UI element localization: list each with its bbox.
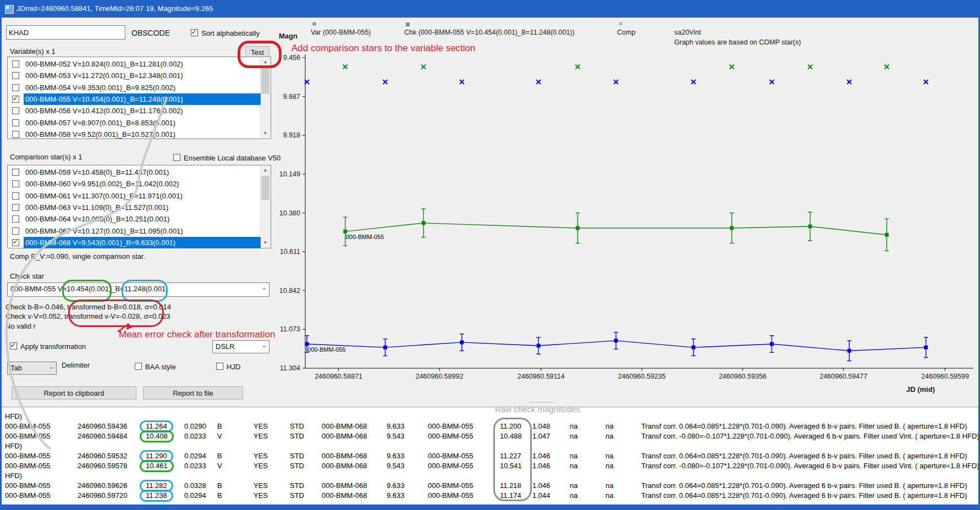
table-cell: na [570, 431, 577, 441]
y-tick-label: 11.073 [280, 325, 300, 333]
table-row: 000-BMM-0552460960.5948410.4080.0233VYES… [2, 431, 978, 441]
check-star-B-marker [383, 346, 387, 350]
table-cell: YES [254, 461, 268, 471]
table-cell: STD [290, 491, 304, 501]
table-cell: 1.044 [532, 491, 550, 501]
check-star-B-marker [847, 349, 851, 353]
table-cell-continuation: HFD) [5, 412, 22, 422]
table-cell: 11.218 [500, 481, 521, 491]
table-cell: B [217, 451, 222, 461]
table-cell: 2460960.59436 [78, 422, 127, 431]
table-cell: na [605, 451, 613, 461]
check-star-B-marker [460, 340, 464, 344]
y-tick-label: 9.918 [283, 131, 300, 139]
table-cell: 10.541 [500, 461, 522, 471]
table-cell: 000-BMM-055 [428, 461, 473, 471]
table-cell: 000-BMM-068 [322, 461, 367, 471]
table-cell: 2460960.59532 [78, 451, 127, 461]
check-star-B-marker [305, 342, 309, 346]
table-cell: 000-BMM-055 [428, 491, 473, 501]
table-cell: 1.046 [532, 451, 550, 461]
table-cell: na [570, 422, 577, 431]
y-tick-label: 11.304 [280, 364, 300, 372]
table-cell: 11.238 [146, 491, 173, 501]
check-star-B-label: 000-BMM-055 [307, 346, 346, 353]
check-star-B-marker [614, 339, 618, 342]
annotation-dashes [529, 402, 554, 403]
table-cell: Transf corr. 0.064=0.085*1.228*(0.701-0.… [641, 451, 967, 461]
x-tick-label: 2460960.59356 [719, 373, 767, 380]
table-cell: 000-BMM-055 [5, 461, 50, 471]
window-border-bottom [0, 505, 980, 510]
x-tick-label: 2460960.59114 [517, 373, 565, 380]
table-cell: 11.174 [500, 491, 521, 501]
annotation-magnitude-oval: 10.461 [140, 460, 174, 472]
annotation-magnitude-oval: 10.408 [140, 430, 174, 442]
table-cell: Transf corr. -0.080=-0.107*1.228*(0.701-… [641, 431, 978, 441]
table-cell: 0.0233 [184, 461, 206, 471]
table-cell: 11.227 [500, 451, 521, 461]
table-cell: 2460960.59484 [78, 431, 127, 441]
table-cell: 10.488 [500, 431, 522, 441]
check-star-V-marker [422, 221, 426, 225]
table-cell: 2460960.59578 [78, 461, 127, 471]
table-cell: 1.047 [532, 431, 550, 441]
table-cell: na [570, 491, 577, 501]
table-cell: 9.633 [387, 491, 405, 501]
annotation-magnitude-oval: 11.238 [140, 490, 173, 502]
app-window: JDmid=2460960.58841, TimeMid=26:07 19, M… [0, 0, 980, 510]
table-cell: STD [290, 422, 304, 431]
table-cell: YES [254, 481, 268, 491]
check-star-V-marker [730, 226, 734, 230]
table-cell: na [605, 491, 613, 501]
x-tick-label: 2460960.59235 [618, 373, 666, 380]
table-cell: B [217, 481, 222, 491]
check-star-B-marker [770, 342, 774, 346]
table-cell: 0.0233 [184, 431, 206, 441]
table-cell: 9.543 [387, 461, 405, 471]
table-cell: 1.048 [532, 422, 550, 431]
y-tick-label: 10.611 [280, 248, 300, 256]
table-cell: Transf corr. 0.064=0.085*1.228*(0.701-0.… [641, 491, 967, 501]
table-cell: 9.543 [387, 431, 405, 441]
check-star-V-marker [343, 230, 347, 234]
table-cell: 2460960.59626 [78, 481, 127, 491]
table-cell: 000-BMM-055 [5, 491, 50, 501]
table-cell: 000-BMM-068 [322, 422, 367, 431]
table-cell: 000-BMM-068 [322, 451, 367, 461]
table-cell: 9.633 [387, 481, 405, 491]
check-star-B-marker [537, 344, 541, 348]
x-tick-label: 2460960.58871 [315, 373, 362, 380]
check-star-V-marker [885, 233, 889, 237]
table-cell: Transf corr. -0.080=-0.107*1.228*(0.701-… [641, 461, 978, 471]
x-tick-label: 2460960.59599 [921, 373, 969, 380]
table-cell: STD [290, 461, 304, 471]
table-cell: YES [254, 431, 268, 441]
table-cell: 000-BMM-055 [428, 451, 473, 461]
y-tick-label: 9.456 [283, 54, 300, 62]
table-cell-continuation: HFD) [5, 441, 22, 451]
table-cell: V [217, 461, 222, 471]
table-cell: 0.0290 [184, 422, 206, 431]
table-cell: 1.046 [532, 461, 550, 471]
report-table[interactable]: HFD)000-BMM-0552460960.5943611.2640.0290… [2, 407, 978, 505]
table-cell: 000-BMM-055 [428, 422, 473, 431]
table-cell: STD [290, 451, 304, 461]
check-star-B-marker [924, 346, 928, 350]
x-tick-label: 2460960.59477 [819, 373, 867, 380]
table-cell: 000-BMM-055 [5, 422, 50, 431]
y-tick-label: 10.380 [279, 209, 300, 217]
table-cell: 9.633 [387, 422, 405, 431]
table-cell: 0.0294 [184, 451, 206, 461]
table-cell: YES [254, 451, 268, 461]
table-row: 000-BMM-0552460960.5957810.4610.0233VYES… [2, 461, 978, 471]
table-cell: Transf corr. 0.064=0.085*1.228*(0.701-0.… [641, 422, 967, 431]
table-cell: B [217, 491, 222, 501]
table-cell: 000-BMM-055 [428, 481, 473, 491]
table-cell: 2460960.59720 [78, 491, 127, 501]
check-star-V-marker [576, 226, 580, 230]
table-cell: B [217, 422, 222, 431]
table-cell: Transf corr. 0.064=0.085*1.228*(0.701-0.… [641, 481, 967, 491]
table-cell: 0.0294 [184, 491, 206, 501]
table-cell: na [605, 481, 613, 491]
